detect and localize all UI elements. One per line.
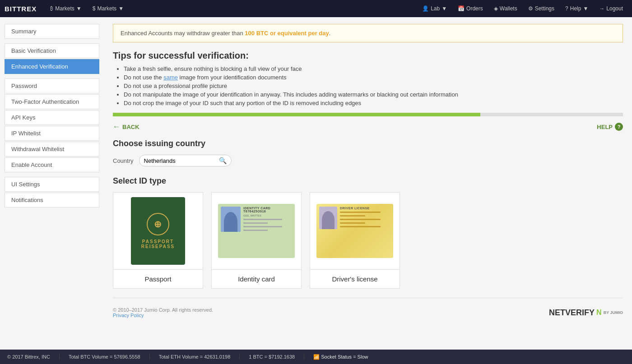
dl-field-2 (340, 215, 365, 217)
netverify-by: BY JUMIO (604, 310, 623, 315)
status-socket: 📶 Socket Status = Slow (304, 354, 377, 360)
person-silhouette-icon (224, 212, 237, 232)
identity-card-image: IDENTITY CARD T676425O916 GEE, MATTES (212, 193, 301, 269)
sidebar-item-notifications[interactable]: Notifications (5, 193, 99, 207)
chevron-down-icon4: ▼ (583, 5, 588, 12)
sidebar-item-summary[interactable]: Summary (5, 24, 99, 39)
chevron-down-icon2: ▼ (118, 5, 124, 12)
netverify-logo: NETVERIFYN BY JUMIO (549, 308, 623, 318)
id-field-4 (243, 230, 268, 231)
calendar-icon: 📅 (458, 5, 465, 12)
dl-card-header: DRIVER LICENSE (340, 207, 390, 210)
user-icon: 👤 (422, 5, 429, 12)
chevron-down-icon: ▼ (76, 5, 82, 12)
topnav-markets1[interactable]: ₿ Markets ▼ (46, 0, 86, 17)
dl-person-silhouette-icon (322, 211, 335, 229)
help-button[interactable]: HELP ? (597, 123, 623, 131)
country-input[interactable] (144, 157, 216, 164)
tip-2-link: same (163, 74, 178, 81)
sidebar-item-ip-whitelist[interactable]: IP Whitelist (5, 126, 99, 141)
wallet-icon: ◈ (494, 5, 498, 12)
id-cards-row: ⊕ PASSPORTREISEPASS Passport IDENTITY CA… (113, 192, 623, 289)
sidebar-item-2fa[interactable]: Two-Factor Authentication (5, 94, 99, 109)
id-field-2 (243, 222, 268, 224)
id-field-3 (243, 226, 282, 227)
tip-3: Do not use a professional profile pictur… (124, 83, 623, 89)
help-circle-icon: ? (615, 123, 623, 131)
topnav-help[interactable]: ? Help ▼ (561, 0, 593, 17)
sidebar-item-enhanced-verification[interactable]: Enhanced Verification (5, 59, 99, 74)
topnav-markets2-label: Markets (97, 5, 116, 12)
status-copyright: © 2017 Bittrex, INC (7, 354, 60, 359)
tips-title: Tips for successful verification: (113, 51, 623, 61)
help-icon: ? (565, 5, 568, 12)
passport-visual: ⊕ PASSPORTREISEPASS (131, 197, 185, 265)
identity-card-photo (221, 207, 241, 232)
tips-list: Take a fresh selfie, ensure nothing is b… (113, 65, 623, 106)
topnav-settings[interactable]: ⚙ Settings (524, 0, 559, 17)
netverify-text: NETVERIFY (549, 308, 595, 318)
footer-row: © 2010–2017 Jumio Corp. All rights reser… (113, 303, 623, 323)
sidebar: Summary Basic Verification Enhanced Veri… (0, 17, 104, 350)
tip-4: Do not manipulate the image of your iden… (124, 91, 623, 98)
progress-bar-fill (113, 113, 480, 116)
tip-2: Do not use the same image from your iden… (124, 74, 623, 81)
logo: BITTREX (5, 5, 37, 13)
privacy-policy-link[interactable]: Privacy Policy (113, 313, 144, 318)
id-type-title: Select ID type (113, 176, 623, 186)
alert-text2: . (329, 30, 331, 37)
passport-emblem-icon: ⊕ (147, 213, 169, 235)
country-input-wrap: 🔍 (139, 155, 232, 166)
sidebar-item-basic-verification[interactable]: Basic Verification (5, 43, 99, 58)
status-eth-volume: Total ETH Volume = 42631.0198 (150, 354, 240, 359)
country-label: Country (113, 157, 134, 164)
topnav: BITTREX ₿ Markets ▼ $ Markets ▼ 👤 Lab ▼ … (0, 0, 632, 17)
sidebar-item-enable-account[interactable]: Enable Account (5, 157, 99, 172)
progress-bar (113, 113, 623, 116)
status-btc-volume: Total BTC Volume = 57696.5558 (60, 354, 150, 359)
sidebar-item-withdrawal-whitelist[interactable]: Withdrawal Whitelist (5, 142, 99, 157)
dl-field-1 (340, 212, 381, 213)
drivers-license-image: DRIVER LICENSE (310, 193, 400, 269)
topnav-markets2[interactable]: $ Markets ▼ (88, 0, 128, 17)
topnav-wallets[interactable]: ◈ Wallets (489, 0, 522, 17)
id-card-drivers-license[interactable]: DRIVER LICENSE Driver's license (310, 192, 400, 289)
alert-text1: Enhanced Accounts may withdraw greater t… (121, 30, 245, 37)
dollar-icon: $ (93, 5, 96, 12)
topnav-orders[interactable]: 📅 Orders (453, 0, 488, 17)
choose-country-title: Choose issuing country (113, 139, 623, 148)
dl-card-photo (319, 207, 337, 229)
identity-card-label: Identity card (212, 269, 301, 288)
sidebar-item-api-keys[interactable]: API Keys (5, 110, 99, 125)
tip-5: Do not crop the image of your ID such th… (124, 100, 623, 106)
footer-left: © 2010–2017 Jumio Corp. All rights reser… (113, 307, 213, 318)
country-row: Country 🔍 (113, 155, 623, 166)
back-button[interactable]: ← BACK (113, 123, 139, 131)
alert-highlight: 100 BTC or equivalent per day (245, 30, 329, 37)
dl-field-5 (340, 226, 381, 227)
tip-1: Take a fresh selfie, ensure nothing is b… (124, 65, 623, 72)
status-bar: © 2017 Bittrex, INC Total BTC Volume = 5… (0, 350, 632, 364)
identity-card-name: GEE, MATTES (243, 214, 292, 217)
id-field-1 (243, 219, 282, 220)
identity-card-visual: IDENTITY CARD T676425O916 GEE, MATTES (218, 204, 295, 258)
wifi-icon: 📶 (313, 354, 320, 359)
topnav-logout[interactable]: → Logout (595, 0, 627, 17)
dl-field-4 (340, 222, 365, 224)
passport-label: Passport (113, 269, 203, 288)
sidebar-item-password[interactable]: Password (5, 78, 99, 93)
back-label: BACK (122, 124, 139, 130)
bitcoin-icon: ₿ (50, 5, 53, 12)
search-icon[interactable]: 🔍 (219, 157, 227, 164)
identity-card-header: IDENTITY CARD T676425O916 (243, 207, 292, 213)
status-btc-price: 1 BTC = $7192.1638 (240, 354, 304, 359)
topnav-lab[interactable]: 👤 Lab ▼ (418, 0, 451, 17)
id-card-passport[interactable]: ⊕ PASSPORTREISEPASS Passport (113, 192, 203, 289)
passport-image: ⊕ PASSPORTREISEPASS (113, 193, 203, 269)
drivers-license-label: Driver's license (310, 269, 400, 288)
topnav-items: ₿ Markets ▼ $ Markets ▼ (46, 0, 418, 17)
id-card-identity[interactable]: IDENTITY CARD T676425O916 GEE, MATTES Id… (211, 192, 302, 289)
sidebar-item-ui-settings[interactable]: UI Settings (5, 177, 99, 192)
chevron-down-icon3: ▼ (441, 5, 447, 12)
dl-card-visual: DRIVER LICENSE (316, 204, 393, 258)
